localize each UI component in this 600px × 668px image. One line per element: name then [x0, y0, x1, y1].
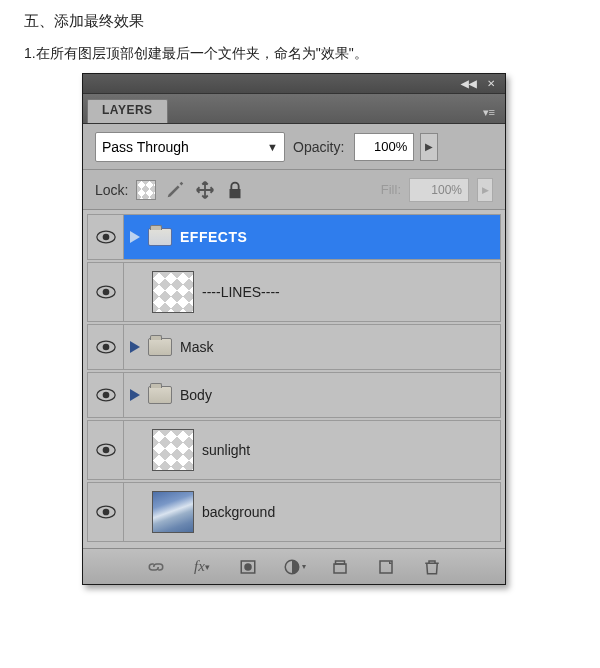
fill-field: 100% [409, 178, 469, 202]
blend-opacity-row: Pass Through ▼ Opacity: 100% ▶ [83, 124, 505, 170]
eye-icon[interactable] [96, 505, 116, 519]
mask-icon[interactable] [236, 557, 260, 577]
svg-point-11 [102, 509, 109, 516]
svg-point-7 [102, 392, 109, 399]
eye-icon[interactable] [96, 443, 116, 457]
svg-point-3 [102, 289, 109, 296]
close-icon[interactable]: ✕ [483, 77, 499, 91]
layer-row-lines[interactable]: ----LINES---- [87, 262, 501, 322]
blend-mode-value: Pass Through [102, 139, 189, 155]
layer-name: ----LINES---- [202, 284, 280, 300]
tab-layers[interactable]: LAYERS [87, 99, 168, 123]
layers-panel: ◀◀ ✕ LAYERS ▾≡ Pass Through ▼ Opacity: 1… [82, 73, 506, 585]
svg-rect-16 [336, 561, 345, 564]
svg-point-1 [102, 234, 109, 241]
expand-triangle-icon[interactable] [130, 341, 140, 353]
opacity-value: 100% [374, 139, 407, 154]
layer-thumbnail [152, 491, 194, 533]
layer-name: sunlight [202, 442, 250, 458]
eye-icon[interactable] [96, 388, 116, 402]
lock-paint-icon[interactable] [164, 179, 186, 201]
eye-icon[interactable] [96, 340, 116, 354]
layer-row-background[interactable]: background [87, 482, 501, 542]
lock-row: Lock: Fill: 100% ▶ [83, 170, 505, 210]
new-layer-icon[interactable] [374, 557, 398, 577]
panel-tabs: LAYERS ▾≡ [83, 94, 505, 124]
fill-value: 100% [431, 183, 462, 197]
expand-triangle-icon[interactable] [130, 231, 140, 243]
section-heading: 五、添加最终效果 [24, 12, 576, 31]
layer-thumbnail [152, 271, 194, 313]
layer-name: Mask [180, 339, 213, 355]
group-icon[interactable] [328, 557, 352, 577]
trash-icon[interactable] [420, 557, 444, 577]
layer-name: EFFECTS [180, 229, 247, 245]
opacity-field[interactable]: 100% [354, 133, 414, 161]
fill-label: Fill: [381, 182, 401, 197]
panel-titlebar: ◀◀ ✕ [83, 74, 505, 94]
instruction-text: 1.在所有图层顶部创建最后一个文件夹，命名为"效果"。 [24, 45, 576, 63]
folder-icon [148, 338, 172, 356]
fill-flyout-icon: ▶ [477, 178, 493, 202]
eye-icon[interactable] [96, 230, 116, 244]
layer-row-body[interactable]: Body [87, 372, 501, 418]
folder-icon [148, 386, 172, 404]
lock-label: Lock: [95, 182, 128, 198]
expand-triangle-icon[interactable] [130, 389, 140, 401]
fx-icon[interactable]: fx▾ [190, 557, 214, 577]
collapse-icon[interactable]: ◀◀ [461, 77, 477, 91]
layer-list: EFFECTS ----LINES---- Mask [83, 210, 505, 548]
eye-icon[interactable] [96, 285, 116, 299]
layer-name: background [202, 504, 275, 520]
panel-menu-icon[interactable]: ▾≡ [477, 106, 501, 123]
layer-row-effects[interactable]: EFFECTS [87, 214, 501, 260]
svg-point-13 [244, 563, 252, 571]
layer-thumbnail [152, 429, 194, 471]
link-icon[interactable] [144, 557, 168, 577]
layer-name: Body [180, 387, 212, 403]
layer-row-sunlight[interactable]: sunlight [87, 420, 501, 480]
svg-point-5 [102, 344, 109, 351]
folder-icon [148, 228, 172, 246]
lock-move-icon[interactable] [194, 179, 216, 201]
opacity-flyout-icon[interactable]: ▶ [420, 133, 438, 161]
adjust-icon[interactable]: ▾ [282, 557, 306, 577]
lock-transparency-icon[interactable] [136, 180, 156, 200]
blend-mode-dropdown[interactable]: Pass Through ▼ [95, 132, 285, 162]
svg-point-9 [102, 447, 109, 454]
chevron-down-icon: ▼ [267, 141, 278, 153]
opacity-label: Opacity: [293, 139, 344, 155]
panel-footer: fx▾ ▾ [83, 548, 505, 584]
layer-row-mask[interactable]: Mask [87, 324, 501, 370]
svg-rect-15 [334, 564, 346, 573]
lock-all-icon[interactable] [224, 179, 246, 201]
